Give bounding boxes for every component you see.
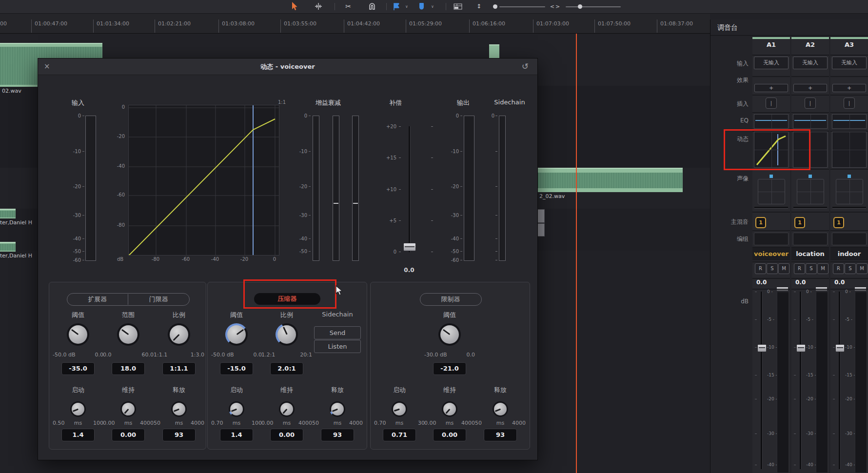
razor-tool-icon[interactable]: ✂ [343,1,353,11]
knob-value[interactable]: 18.0 [112,362,145,375]
knob-value[interactable]: 93 [484,429,517,441]
close-icon[interactable]: × [44,59,50,75]
eq-thumbnail[interactable] [832,114,867,129]
knob-value[interactable]: -35.0 [61,362,95,375]
tab-扩展器[interactable]: 扩展器 [67,294,128,305]
knob-value[interactable]: 0.71 [383,429,416,441]
snap-magnet-icon[interactable] [367,1,377,11]
track-name[interactable]: indoor [830,248,868,260]
marker-dropdown-icon[interactable]: ∨ [430,1,435,11]
track-height-icon[interactable]: ↕ [474,1,483,11]
rsm-button-M[interactable]: M [856,263,868,274]
makeup-fader-handle[interactable] [403,243,416,251]
pan-control[interactable] [836,179,863,204]
audio-clip[interactable] [0,209,16,218]
main-mix-badge[interactable]: 1 [833,217,844,228]
automation-block[interactable] [537,209,545,223]
main-mix-badge[interactable]: 1 [794,217,805,228]
fader-track[interactable] [761,292,763,469]
rsm-button-M[interactable]: M [778,263,789,274]
group-assign-box[interactable] [754,233,789,245]
knob-value[interactable]: -15.0 [220,362,253,375]
knob-启动[interactable] [392,401,407,417]
rsm-button-R[interactable]: R [833,263,844,274]
knob-value[interactable]: -21.0 [433,362,466,375]
knob-阈值[interactable] [438,323,461,346]
makeup-fader-track[interactable] [409,126,411,252]
knob-比例[interactable] [168,323,190,346]
rsm-button-R[interactable]: R [755,263,766,274]
eq-thumbnail[interactable] [793,114,828,129]
knob-value[interactable]: 1.4 [61,429,95,441]
tab-门限器[interactable]: 门限器 [128,294,189,305]
rsm-button-S[interactable]: S [806,263,817,274]
input-select[interactable]: 无输入 [832,57,867,69]
add-effect-button[interactable]: + [832,84,866,92]
zoom-horizontal-icon[interactable]: <> [550,1,561,11]
add-effect-button[interactable]: + [754,84,788,92]
fader-track[interactable] [839,292,841,469]
track-height-slider-handle[interactable] [493,4,497,9]
input-select[interactable]: 无输入 [754,57,789,69]
knob-value[interactable]: 0.00 [270,429,303,441]
zoom-slider-handle[interactable] [578,4,582,9]
knob-value[interactable]: 93 [162,429,196,441]
group-assign-box[interactable] [832,233,867,245]
dynamics-thumbnail[interactable] [832,132,867,168]
knob-阈值[interactable] [225,323,248,346]
timeline-ruler[interactable]: 0001:00:47:0001:01:34:0001:02:21:0001:03… [0,14,710,34]
knob-value[interactable]: 0.00 [112,429,145,441]
rsm-button-R[interactable]: R [794,263,805,274]
automation-block[interactable] [537,223,545,236]
reset-icon[interactable]: ↺ [522,59,529,75]
knob-value[interactable]: 0.00 [433,429,466,441]
track-name[interactable]: location [791,248,829,260]
knob-value[interactable]: 2.0:1 [270,362,303,375]
knob-释放[interactable] [493,401,508,417]
pan-slider[interactable] [793,207,827,209]
marker-icon[interactable] [417,1,426,11]
listen-button[interactable]: Listen [314,340,361,353]
insert-toggle[interactable]: | [844,98,855,109]
pan-slider[interactable] [832,207,866,209]
trim-edit-tool-icon[interactable] [314,1,323,11]
fader-handle[interactable] [757,344,767,352]
knob-释放[interactable] [171,401,187,417]
rsm-button-S[interactable]: S [845,263,856,274]
audio-clip[interactable] [489,44,499,59]
eq-thumbnail[interactable] [754,114,789,129]
knob-维持[interactable] [120,401,136,417]
knob-维持[interactable] [442,401,457,417]
knob-value[interactable]: 1:1.1 [162,362,196,375]
knob-启动[interactable] [229,401,244,417]
insert-toggle[interactable]: | [766,98,777,109]
flag-dropdown-icon[interactable]: ∨ [404,1,410,11]
fader-track[interactable] [800,292,802,469]
add-effect-button[interactable]: + [793,84,827,92]
zoom-slider[interactable] [566,6,621,7]
input-select[interactable]: 无输入 [793,57,828,69]
knob-启动[interactable] [70,401,86,417]
pan-control[interactable] [758,179,785,204]
pan-slider[interactable] [754,207,788,209]
tab-限制器[interactable]: 限制器 [420,293,482,306]
playhead-line[interactable] [576,20,577,473]
pan-control[interactable] [797,179,824,204]
group-assign-box[interactable] [793,233,828,245]
audio-clip[interactable] [538,168,683,192]
knob-value[interactable]: 1.4 [220,429,253,441]
timeline-view-options-icon[interactable] [453,1,463,11]
fader-handle[interactable] [835,344,845,352]
knob-比例[interactable] [276,323,298,346]
knob-阈值[interactable] [67,323,89,346]
main-mix-badge[interactable]: 1 [755,217,766,228]
fader-handle[interactable] [796,344,806,352]
track-height-slider[interactable] [499,6,545,7]
knob-释放[interactable] [330,401,345,417]
track-name[interactable]: voiceover [752,248,790,260]
knob-维持[interactable] [279,401,295,417]
rsm-button-S[interactable]: S [767,263,778,274]
insert-toggle[interactable]: | [805,98,816,109]
send-button[interactable]: Send [314,326,361,339]
rsm-button-M[interactable]: M [817,263,829,274]
